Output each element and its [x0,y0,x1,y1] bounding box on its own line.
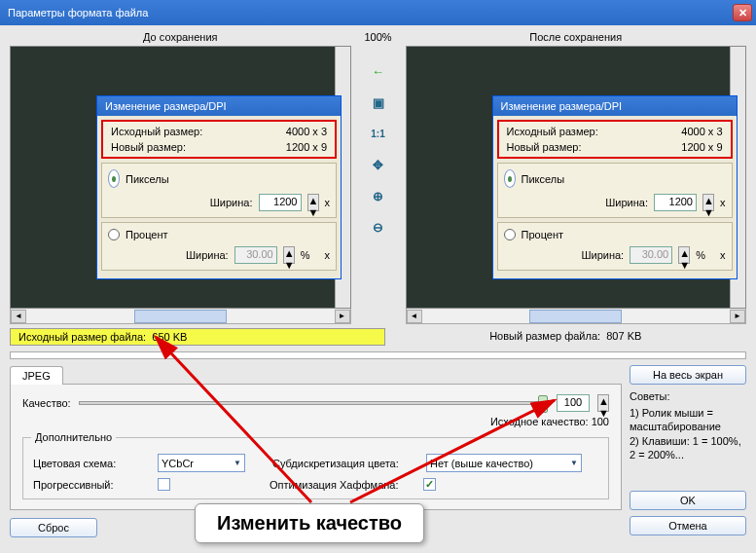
zoom-out-icon[interactable]: ⊖ [370,218,387,236]
resize-dialog: Изменение размера/DPI Исходный размер:40… [96,95,342,279]
scroll-right-icon[interactable]: ► [335,310,350,323]
quality-label: Качество: [22,397,71,409]
fullscreen-button[interactable]: На весь экран [630,365,746,385]
subsampling-select[interactable]: Нет (выше качество)▼ [426,454,582,472]
width-px-input[interactable]: 1200 [259,194,302,211]
tab-jpeg[interactable]: JPEG [10,366,63,385]
spinner[interactable]: ▲▼ [283,246,295,264]
radio-percent[interactable] [108,229,120,240]
size-info-box: Исходный размер:4000 x 3 Новый размер:12… [101,120,337,159]
resize-dialog: Изменение размера/DPI Исходный размер:40… [492,95,738,279]
extra-group-title: Дополнительно [31,431,116,443]
titlebar: Параметры формата файла ✕ [0,0,756,25]
zoom-label: 100% [355,31,402,43]
scrollbar-horizontal[interactable]: ◄ ► [406,309,747,324]
quality-spinner[interactable]: ▲▼ [597,394,609,412]
progress-bar [10,351,746,359]
before-label: До сохранения [10,31,351,43]
chevron-down-icon: ▼ [234,459,241,467]
preview-after[interactable]: Изменение размера/DPI Исходный размер:40… [406,46,747,309]
spinner[interactable]: ▲▼ [307,194,319,211]
move-icon[interactable]: ✥ [370,156,387,173]
progressive-checkbox[interactable] [158,478,170,491]
radio-pixels[interactable] [504,169,516,188]
orig-quality-label: Исходное качество: 100 [22,416,609,427]
huffman-checkbox[interactable]: ✓ [423,478,436,491]
scrollbar-horizontal[interactable]: ◄ ► [10,309,351,324]
tip-2: 2) Клавиши: 1 = 100%, 2 = 200%... [630,434,746,462]
orig-filesize: Исходный размер файла: 650 KB [10,328,385,346]
quality-slider[interactable] [79,401,549,405]
scroll-left-icon[interactable]: ◄ [11,310,26,323]
back-icon[interactable]: ← [370,62,387,80]
preview-before[interactable]: Изменение размера/DPI Исходный размер:40… [10,46,351,309]
ok-button[interactable]: OK [630,491,746,510]
tips-title: Советы: [630,390,746,402]
one-to-one-icon[interactable]: 1:1 [370,125,387,142]
cancel-button[interactable]: Отмена [630,516,746,535]
tip-1: 1) Ролик мыши = масштабирование [630,406,746,434]
close-icon[interactable]: ✕ [733,4,752,21]
width-pct-input: 30.00 [234,246,277,264]
zoom-in-icon[interactable]: ⊕ [370,187,387,204]
radio-pixels[interactable] [108,169,120,188]
quality-value-input[interactable]: 100 [557,394,590,412]
window-title: Параметры формата файла [8,7,148,18]
colorscheme-select[interactable]: YCbCr▼ [158,454,245,472]
radio-percent[interactable] [504,229,516,240]
width-px-input[interactable]: 1200 [654,194,697,211]
chevron-down-icon: ▼ [570,459,578,467]
fit-icon[interactable]: ▣ [370,93,387,111]
new-filesize: Новый размер файла: 807 KB [385,328,747,346]
reset-button[interactable]: Сброс [10,518,97,537]
annotation-label: Изменить качество [195,503,424,543]
after-label: После сохранения [406,31,747,43]
resize-title: Изменение размера/DPI [97,96,341,116]
